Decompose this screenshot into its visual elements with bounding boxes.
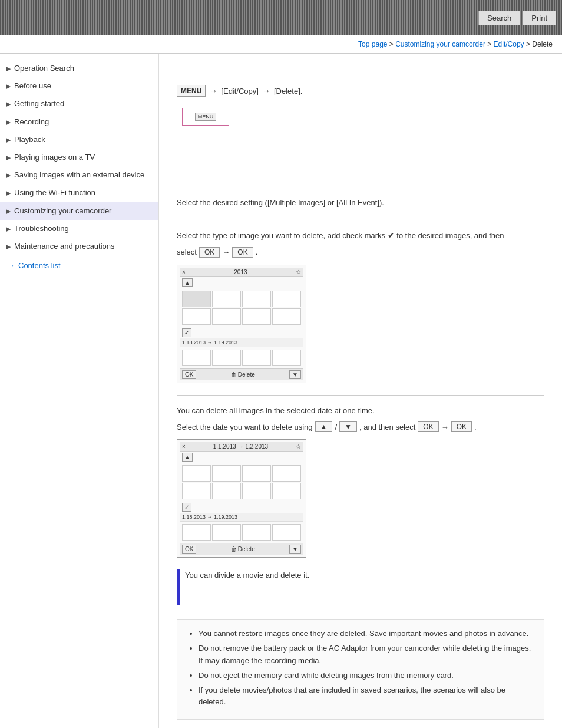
ui-cell (242, 308, 271, 325)
contents-list-label: Contents list (18, 261, 61, 270)
ui-cell (212, 465, 241, 482)
period2: . (474, 423, 477, 431)
select-label: select (177, 248, 197, 256)
ui-grid-4 (180, 522, 303, 543)
sidebar-item-customizing[interactable]: ▶ Customizing your camcorder (0, 202, 158, 220)
contents-arrow-icon: → (7, 261, 15, 270)
all-in-event-desc1: You can delete all images in the selecte… (177, 405, 544, 417)
arrow-icon: ▶ (6, 225, 11, 233)
ui-cell (182, 465, 211, 482)
sidebar-item-maintenance[interactable]: ▶ Maintenance and precautions (0, 238, 158, 255)
blue-bar (177, 569, 180, 605)
edit-copy-label: [Edit/Copy] (221, 87, 259, 95)
up-btn: ▲ (315, 421, 333, 432)
ui-close-2: × (182, 443, 186, 450)
breadcrumb-top[interactable]: Top page (358, 40, 387, 48)
sidebar-item-operation-search[interactable]: ▶ Operation Search (0, 60, 158, 77)
mid-divider1 (177, 219, 544, 219)
arrow-icon: ▶ (6, 189, 11, 197)
desc2-text: Select the type of image you want to del… (177, 231, 385, 240)
header-buttons: Search Print (478, 11, 556, 25)
ui-screenshot-1: × 2013 ☆ ▲ ✓ 1.18.2013 → 1.19.2013 (177, 265, 306, 383)
footer-down-2: ▼ (289, 545, 301, 554)
sidebar-item-troubleshooting[interactable]: ▶ Troubleshooting (0, 220, 158, 238)
ui-header-1: × 2013 ☆ (180, 268, 303, 277)
delete-label: [Delete]. (274, 87, 302, 95)
ui-scroll-down: ✓ (180, 327, 303, 338)
sidebar-item-playing-images[interactable]: ▶ Playing images on a TV (0, 149, 158, 166)
menu-icon-mockup: MENU (182, 108, 229, 126)
ui-cell (272, 308, 301, 325)
slash: / (335, 423, 337, 431)
print-button[interactable]: Print (523, 11, 556, 25)
arrow-icon: ▶ (6, 100, 11, 108)
sidebar-label: Using the Wi-Fi function (14, 187, 95, 198)
footer-delete-icon-2: 🗑 Delete (231, 546, 255, 552)
sidebar-item-before-use[interactable]: ▶ Before use (0, 77, 158, 95)
ui-cell (242, 291, 271, 307)
ok-instruction: select OK → OK . (177, 247, 544, 258)
sidebar-item-recording[interactable]: ▶ Recording (0, 113, 158, 131)
ui-grid-3 (180, 463, 303, 502)
ui-cell (272, 291, 301, 307)
ok-btn-2: OK (232, 247, 253, 258)
breadcrumb-customizing[interactable]: Customizing your camcorder (395, 40, 485, 48)
sidebar-item-wifi[interactable]: ▶ Using the Wi-Fi function (0, 184, 158, 202)
sidebar-item-playback[interactable]: ▶ Playback (0, 131, 158, 149)
sidebar-label: Troubleshooting (14, 223, 69, 234)
contents-list-link[interactable]: → Contents list (0, 255, 158, 276)
ui-date-2: 1.1.2013 → 1.2.2013 (213, 443, 268, 450)
arrow-icon: ▶ (6, 242, 11, 251)
sidebar-label: Recording (14, 117, 49, 127)
ui-scroll-up: ▲ (180, 277, 303, 288)
sidebar: ▶ Operation Search ▶ Before use ▶ Gettin… (0, 54, 159, 728)
header: Search Print (0, 0, 562, 35)
ok-btn-3: OK (418, 421, 438, 432)
menu-instruction: MENU → [Edit/Copy] → [Delete]. (177, 85, 544, 97)
sidebar-item-getting-started[interactable]: ▶ Getting started (0, 95, 158, 113)
breadcrumb-delete: Delete (532, 40, 553, 48)
main-content: MENU → [Edit/Copy] → [Delete]. MENU Sele… (159, 54, 562, 728)
ui-cell (182, 524, 211, 541)
ui-cell (242, 465, 271, 482)
sidebar-label: Saving images with an external device (14, 170, 144, 180)
ui-date-1: 2013 (234, 269, 247, 275)
footer-down: ▼ (289, 370, 301, 379)
ui-cell (242, 524, 271, 541)
ui-cell (182, 291, 211, 307)
ui-star-2: ☆ (296, 443, 301, 450)
search-button[interactable]: Search (478, 11, 520, 25)
ui-star-1: ☆ (296, 269, 301, 275)
note-item: Do not remove the battery pack or the AC… (199, 643, 534, 667)
note-item: If you delete movies/photos that are inc… (199, 684, 534, 709)
checkmark-icon: ✔ (388, 230, 395, 240)
sidebar-label: Getting started (14, 98, 64, 109)
ui-cell (242, 350, 271, 366)
note-item: You cannot restore images once they are … (199, 628, 534, 640)
ui-cell (272, 524, 301, 541)
divide-note: You can divide a movie and delete it. (185, 569, 309, 582)
arrow3: → (222, 248, 230, 256)
divide-section: You can divide a movie and delete it. (177, 569, 544, 607)
arrow1: → (209, 86, 217, 95)
footer-ok: OK (182, 370, 196, 379)
breadcrumb-editcopy[interactable]: Edit/Copy (494, 40, 524, 48)
ui-grid-1 (180, 288, 303, 327)
ui-cell (182, 483, 211, 499)
sidebar-label: Playing images on a TV (14, 152, 95, 163)
breadcrumb: Top page > Customizing your camcorder > … (0, 35, 562, 54)
ui-date-row-2: 1.18.2013 → 1.19.2013 (180, 513, 303, 522)
ui-cell (272, 483, 301, 499)
arrow-icon: ▶ (6, 64, 11, 73)
ui-date-row-1: 1.18.2013 → 1.19.2013 (180, 338, 303, 347)
sidebar-item-saving-images[interactable]: ▶ Saving images with an external device (0, 166, 158, 184)
sidebar-label: Maintenance and precautions (14, 241, 115, 252)
notes-list: You cannot restore images once they are … (187, 628, 534, 709)
top-divider (177, 75, 544, 75)
ui-footer-2: OK 🗑 Delete ▼ (180, 543, 303, 555)
notes-box: You cannot restore images once they are … (177, 619, 544, 720)
ui-cell (212, 524, 241, 541)
ui-grid-2 (180, 347, 303, 368)
arrow-icon: ▶ (6, 118, 11, 127)
sidebar-label: Playback (14, 134, 45, 145)
